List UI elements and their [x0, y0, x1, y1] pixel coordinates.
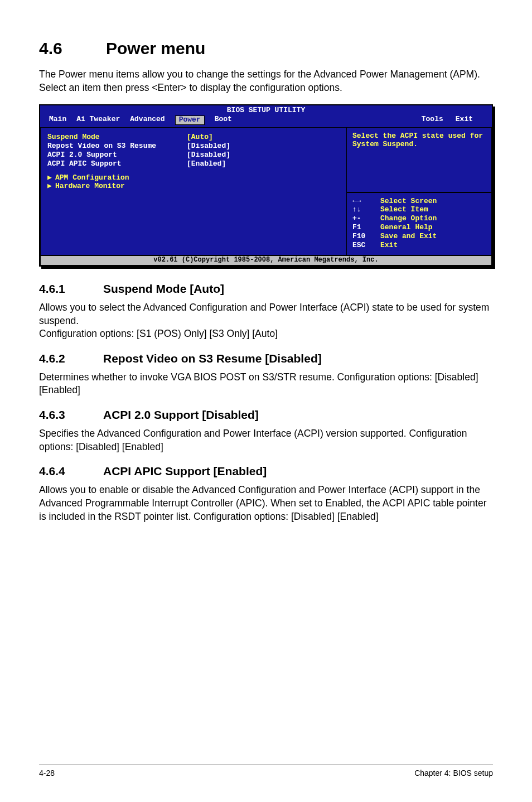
bios-option-value: [Disabled] — [187, 151, 230, 160]
section-heading: 4.6.1Suspend Mode [Auto] — [39, 282, 493, 296]
triangle-icon: ▶ — [47, 174, 55, 182]
bios-title: BIOS SETUP UTILITY — [40, 105, 492, 115]
bios-key-row: F1General Help — [352, 224, 486, 232]
key: ↑↓ — [352, 206, 380, 214]
bios-option-label: ACPI APIC Support — [47, 160, 187, 168]
bios-submenu-label: APM Configuration — [55, 173, 129, 182]
section-body: Allows you to enable or disable the Adva… — [39, 484, 493, 523]
bios-key-row: ESCExit — [352, 241, 486, 250]
key: +- — [352, 215, 380, 223]
section-body: Allows you to select the Advanced Config… — [39, 301, 493, 341]
bios-key-row: ←→Select Screen — [352, 197, 486, 206]
key-desc: Change Option — [380, 215, 437, 223]
key: ESC — [352, 241, 380, 250]
bios-menubar: Main Ai Tweaker Advanced Power Boot Tool… — [40, 115, 492, 127]
section-heading: 4.6.3ACPI 2.0 Support [Disabled] — [39, 408, 493, 422]
triangle-icon: ▶ — [47, 182, 55, 191]
bios-submenu-hardware-monitor[interactable]: ▶Hardware Monitor — [47, 182, 341, 191]
bios-menu-main[interactable]: Main — [49, 115, 76, 125]
key-desc: Exit — [380, 241, 398, 250]
bios-submenu-apm[interactable]: ▶APM Configuration — [47, 174, 341, 182]
bios-menu-exit[interactable]: Exit — [456, 115, 483, 125]
page-title: 4.6Power menu — [39, 39, 493, 58]
bios-option-acpi-20[interactable]: ACPI 2.0 Support [Disabled] — [47, 151, 341, 160]
key: F1 — [352, 224, 380, 232]
bios-menu-power[interactable]: Power — [175, 115, 215, 125]
section-number: 4.6.3 — [39, 408, 103, 422]
bios-option-label: Repost Video on S3 Resume — [47, 142, 187, 151]
bios-submenus: ▶APM Configuration ▶Hardware Monitor — [47, 174, 341, 191]
bios-key-legend: ←→Select Screen ↑↓Select Item +-Change O… — [347, 192, 492, 256]
bios-submenu-label: Hardware Monitor — [55, 182, 125, 190]
bios-option-value: [Enabled] — [187, 160, 226, 168]
heading-number: 4.6 — [39, 39, 106, 58]
bios-menu-advanced[interactable]: Advanced — [130, 115, 175, 125]
section-4-6-1: 4.6.1Suspend Mode [Auto] Allows you to s… — [39, 282, 493, 341]
bios-footer: v02.61 (C)Copyright 1985-2008, American … — [40, 255, 492, 265]
section-title: Suspend Mode [Auto] — [103, 282, 224, 295]
bios-option-suspend-mode[interactable]: Suspend Mode [Auto] — [47, 133, 341, 142]
bios-option-label: ACPI 2.0 Support — [47, 151, 187, 160]
bios-key-row: F10Save and Exit — [352, 233, 486, 241]
section-number: 4.6.2 — [39, 352, 103, 365]
bios-body: Suspend Mode [Auto] Repost Video on S3 R… — [40, 127, 492, 255]
section-4-6-2: 4.6.2Repost Video on S3 Resume [Disabled… — [39, 352, 493, 397]
bios-help-text: Select the ACPI state used for System Su… — [347, 127, 492, 192]
key: ←→ — [352, 197, 380, 206]
page-number: 4-28 — [39, 769, 55, 777]
intro-paragraph: The Power menu items allow you to change… — [39, 68, 493, 94]
key-desc: Select Screen — [380, 197, 437, 206]
section-title: ACPI 2.0 Support [Disabled] — [103, 408, 259, 421]
bios-menu-tools[interactable]: Tools — [422, 115, 456, 125]
bios-menu-boot[interactable]: Boot — [215, 115, 242, 125]
bios-option-acpi-apic[interactable]: ACPI APIC Support [Enabled] — [47, 160, 341, 168]
bios-left-pane: Suspend Mode [Auto] Repost Video on S3 R… — [40, 127, 347, 255]
heading-text: Power menu — [106, 39, 205, 57]
bios-menu-ai-tweaker[interactable]: Ai Tweaker — [76, 115, 130, 125]
section-number: 4.6.4 — [39, 465, 103, 478]
section-title: ACPI APIC Support [Enabled] — [103, 465, 267, 477]
bios-screenshot: BIOS SETUP UTILITY Main Ai Tweaker Advan… — [39, 104, 493, 267]
bios-option-label: Suspend Mode — [47, 133, 187, 142]
section-title: Repost Video on S3 Resume [Disabled] — [103, 352, 322, 365]
bios-option-value: [Disabled] — [187, 142, 230, 151]
bios-option-repost-video[interactable]: Repost Video on S3 Resume [Disabled] — [47, 142, 341, 151]
section-4-6-4: 4.6.4ACPI APIC Support [Enabled] Allows … — [39, 465, 493, 523]
section-body: Determines whether to invoke VGA BIOS PO… — [39, 371, 493, 397]
section-number: 4.6.1 — [39, 282, 103, 296]
key: F10 — [352, 233, 380, 241]
bios-key-row: +-Change Option — [352, 215, 486, 223]
key-desc: Save and Exit — [380, 233, 437, 241]
section-heading: 4.6.2Repost Video on S3 Resume [Disabled… — [39, 352, 493, 365]
section-4-6-3: 4.6.3ACPI 2.0 Support [Disabled] Specifi… — [39, 408, 493, 453]
bios-key-row: ↑↓Select Item — [352, 206, 486, 214]
key-desc: Select Item — [380, 206, 428, 214]
bios-right-pane: Select the ACPI state used for System Su… — [347, 127, 492, 255]
chapter-label: Chapter 4: BIOS setup — [414, 769, 493, 777]
key-desc: General Help — [380, 224, 433, 232]
section-body: Specifies the Advanced Configuration and… — [39, 427, 493, 453]
page-footer: 4-28 Chapter 4: BIOS setup — [39, 765, 493, 777]
section-heading: 4.6.4ACPI APIC Support [Enabled] — [39, 465, 493, 478]
bios-option-value: [Auto] — [187, 133, 213, 142]
bios-menu-power-label: Power — [175, 115, 205, 125]
